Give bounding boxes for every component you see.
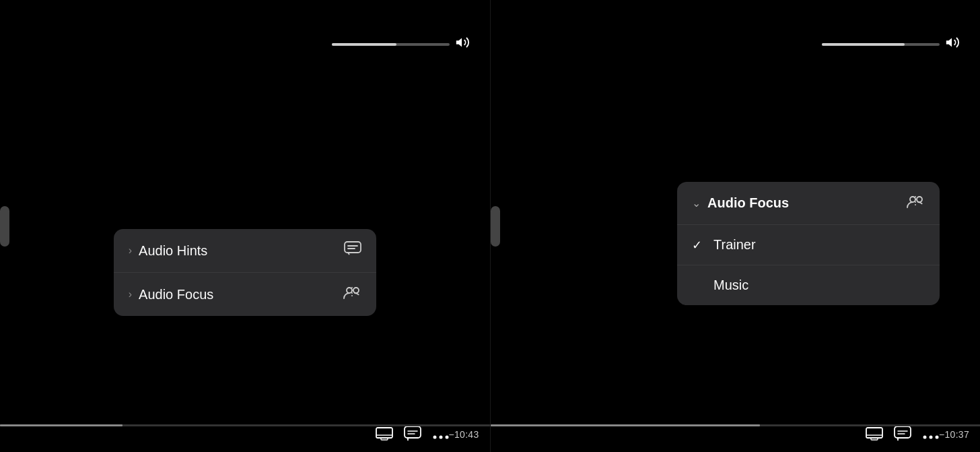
right-progress-bar[interactable] bbox=[491, 424, 981, 426]
audio-hints-label: Audio Hints bbox=[139, 243, 207, 259]
right-drag-handle[interactable] bbox=[491, 206, 500, 247]
dropdown-chevron-down-icon: ⌄ bbox=[692, 197, 701, 209]
left-menu-popup: › Audio Hints › Audio Focus bbox=[114, 229, 376, 316]
right-volume-track[interactable] bbox=[822, 43, 940, 46]
dropdown-header-left: ⌄ Audio Focus bbox=[692, 195, 789, 211]
svg-point-5 bbox=[353, 288, 359, 293]
svg-rect-8 bbox=[381, 438, 388, 440]
audio-hints-left: › Audio Hints bbox=[129, 243, 208, 259]
svg-point-17 bbox=[910, 197, 915, 202]
svg-point-18 bbox=[917, 197, 922, 202]
svg-point-28 bbox=[936, 436, 939, 439]
audio-focus-icon bbox=[343, 285, 361, 304]
trainer-option[interactable]: ✓ Trainer bbox=[677, 225, 940, 265]
left-volume-area bbox=[332, 35, 470, 53]
audio-focus-dropdown-header[interactable]: ⌄ Audio Focus bbox=[677, 182, 940, 225]
svg-rect-10 bbox=[405, 426, 421, 438]
audio-hints-icon bbox=[344, 241, 361, 256]
right-more-icon[interactable] bbox=[922, 428, 940, 443]
trainer-check-icon: ✓ bbox=[692, 238, 705, 253]
right-time-display: −10:37 bbox=[939, 429, 969, 440]
svg-marker-0 bbox=[456, 38, 461, 47]
svg-point-26 bbox=[923, 436, 927, 439]
music-label: Music bbox=[713, 278, 748, 293]
left-bottom-controls bbox=[376, 426, 450, 445]
left-volume-icon[interactable] bbox=[455, 35, 470, 53]
audio-focus-menu-item[interactable]: › Audio Focus bbox=[114, 273, 376, 316]
speaker-icon bbox=[455, 35, 470, 50]
audio-focus-dropdown: ⌄ Audio Focus ✓ Trainer Music bbox=[677, 182, 940, 305]
right-volume-icon[interactable] bbox=[945, 35, 960, 53]
audio-hints-menu-item[interactable]: › Audio Hints bbox=[114, 229, 376, 273]
right-bottom-controls bbox=[866, 426, 940, 445]
left-drag-handle[interactable] bbox=[0, 206, 9, 247]
audio-focus-dropdown-title: Audio Focus bbox=[707, 195, 789, 211]
left-volume-track[interactable] bbox=[332, 43, 450, 46]
svg-rect-20 bbox=[866, 428, 882, 438]
trainer-label: Trainer bbox=[713, 237, 756, 253]
audio-focus-header-icon bbox=[906, 194, 925, 212]
audio-focus-label: Audio Focus bbox=[139, 287, 213, 302]
right-panel: ⌄ Audio Focus ✓ Trainer Music bbox=[490, 0, 981, 452]
left-progress-fill bbox=[0, 424, 123, 426]
left-progress-bar[interactable] bbox=[0, 424, 490, 426]
svg-rect-21 bbox=[871, 438, 878, 440]
svg-marker-16 bbox=[946, 38, 952, 47]
audio-hints-chevron-icon: › bbox=[129, 245, 132, 257]
svg-point-27 bbox=[930, 436, 933, 439]
left-chat-icon[interactable] bbox=[404, 426, 421, 445]
left-panel: › Audio Hints › Audio Focus bbox=[0, 0, 490, 452]
svg-rect-7 bbox=[376, 428, 392, 438]
svg-point-4 bbox=[347, 288, 352, 293]
audio-focus-chevron-icon: › bbox=[129, 288, 132, 300]
audio-focus-svg-icon bbox=[343, 285, 361, 300]
audio-focus-left: › Audio Focus bbox=[129, 287, 214, 302]
svg-rect-1 bbox=[345, 242, 361, 253]
svg-point-14 bbox=[439, 436, 442, 439]
music-option[interactable]: Music bbox=[677, 265, 940, 305]
right-volume-fill bbox=[822, 43, 905, 46]
svg-point-13 bbox=[433, 436, 436, 439]
speech-bubble-icon bbox=[344, 241, 361, 260]
right-screen-icon[interactable] bbox=[866, 427, 883, 444]
svg-rect-23 bbox=[895, 426, 911, 438]
left-screen-icon[interactable] bbox=[376, 427, 393, 444]
right-speaker-icon bbox=[945, 35, 960, 50]
left-volume-fill bbox=[332, 43, 396, 46]
right-volume-area bbox=[822, 35, 960, 53]
left-time-display: −10:43 bbox=[448, 429, 479, 440]
left-more-icon[interactable] bbox=[432, 428, 450, 443]
right-chat-icon[interactable] bbox=[894, 426, 911, 445]
svg-point-15 bbox=[445, 436, 448, 439]
right-progress-fill bbox=[491, 424, 760, 426]
